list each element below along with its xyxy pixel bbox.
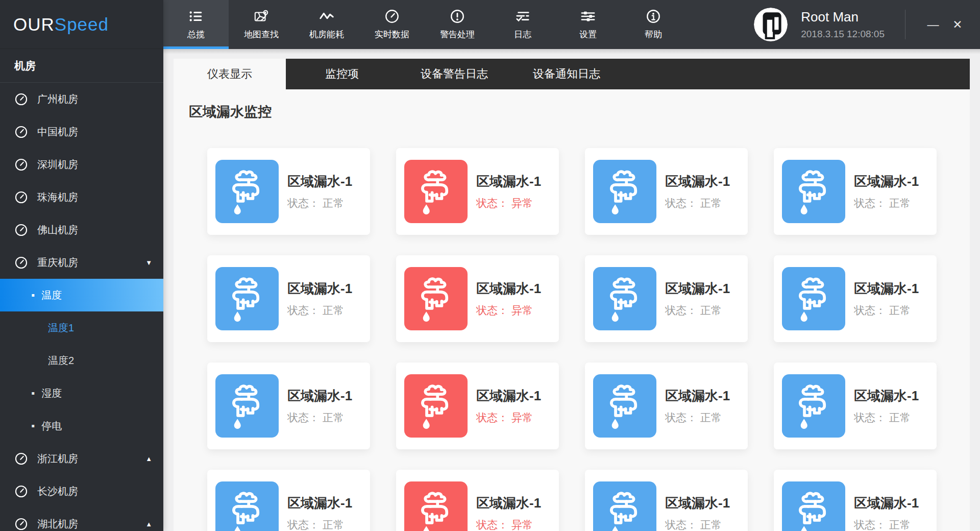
status-value: 异常 bbox=[511, 519, 533, 530]
sidebar-item[interactable]: 温度2 bbox=[0, 344, 163, 377]
device-card[interactable]: 区域漏水-1 状态：正常 bbox=[585, 470, 748, 531]
device-card[interactable]: 区域漏水-1 状态：正常 bbox=[207, 255, 370, 342]
device-card[interactable]: 区域漏水-1 状态：正常 bbox=[774, 470, 937, 531]
gauge-icon bbox=[14, 517, 28, 531]
list-icon bbox=[188, 9, 204, 24]
app-window: OURSpeed 机房 广州机房 中国机房 深圳机房 bbox=[0, 0, 980, 531]
sidebar-room-list: 广州机房 中国机房 深圳机房 珠海机房 bbox=[0, 83, 163, 531]
faucet-icon bbox=[404, 374, 468, 438]
device-title: 区域漏水-1 bbox=[287, 173, 352, 190]
sidebar-item-label: 重庆机房 bbox=[37, 256, 78, 270]
sidebar-item[interactable]: 长沙机房 bbox=[0, 475, 163, 508]
tab-label: 监控项 bbox=[325, 66, 359, 82]
device-card[interactable]: 区域漏水-1 状态：正常 bbox=[774, 255, 937, 342]
faucet-icon bbox=[593, 481, 656, 531]
device-card[interactable]: 区域漏水-1 状态：正常 bbox=[207, 148, 370, 235]
faucet-icon bbox=[215, 374, 279, 438]
device-card[interactable]: 区域漏水-1 状态：正常 bbox=[774, 363, 937, 449]
status-label: 状态： bbox=[665, 197, 697, 209]
nav-item-label: 设置 bbox=[579, 29, 597, 40]
device-card[interactable]: 区域漏水-1 状态：异常 bbox=[396, 470, 559, 531]
sidebar-item[interactable]: 珠海机房 bbox=[0, 181, 163, 213]
user-meta: Root Man 2018.3.15 12:08:05 bbox=[801, 9, 885, 40]
nav-item[interactable]: 地图查找 bbox=[229, 0, 294, 49]
sidebar-item[interactable]: 湖北机房 ▲ bbox=[0, 508, 163, 531]
device-card[interactable]: 区域漏水-1 状态：正常 bbox=[585, 363, 748, 449]
sidebar-item-label: 深圳机房 bbox=[37, 158, 78, 172]
device-card[interactable]: 区域漏水-1 状态：正常 bbox=[774, 148, 937, 235]
tab[interactable]: 监控项 bbox=[286, 59, 398, 89]
device-card[interactable]: 区域漏水-1 状态：正常 bbox=[585, 148, 748, 235]
device-card[interactable]: 区域漏水-1 状态：正常 bbox=[585, 255, 748, 342]
device-status: 状态：正常 bbox=[665, 518, 730, 531]
status-value: 正常 bbox=[700, 412, 722, 423]
tab[interactable]: 设备通知日志 bbox=[510, 59, 623, 89]
main-content: 仪表显示 监控项 设备警告日志 设备通知日志 区域漏水监控 区域漏水-1 bbox=[163, 49, 980, 531]
brand-part1: OUR bbox=[13, 14, 55, 35]
nav-item-label: 帮助 bbox=[645, 29, 662, 40]
nav-item[interactable]: 警告处理 bbox=[425, 0, 490, 49]
sidebar-item[interactable]: 佛山机房 bbox=[0, 213, 163, 246]
sidebar-item[interactable]: · 停电 bbox=[0, 409, 163, 442]
device-card[interactable]: 区域漏水-1 状态：正常 bbox=[207, 363, 370, 449]
device-status: 状态：正常 bbox=[287, 411, 352, 425]
sidebar-item[interactable]: 广州机房 bbox=[0, 83, 163, 115]
divider bbox=[905, 10, 905, 39]
status-value: 异常 bbox=[511, 304, 533, 316]
sidebar-item[interactable]: · 湿度 bbox=[0, 377, 163, 409]
status-value: 正常 bbox=[323, 197, 344, 209]
datetime: 2018.3.15 12:08:05 bbox=[801, 29, 885, 40]
device-status: 状态：正常 bbox=[854, 518, 919, 531]
nav-item[interactable]: 机房能耗 bbox=[294, 0, 359, 49]
sidebar-item-label: 广州机房 bbox=[37, 92, 78, 106]
faucet-icon bbox=[593, 160, 656, 223]
sidebar-item[interactable]: · 温度 bbox=[0, 279, 163, 311]
tab[interactable]: 仪表显示 bbox=[174, 59, 286, 89]
device-card[interactable]: 区域漏水-1 状态：正常 bbox=[207, 470, 370, 531]
status-label: 状态： bbox=[287, 304, 320, 316]
device-status: 状态：正常 bbox=[854, 303, 919, 318]
caret-icon[interactable]: ▲ bbox=[145, 455, 152, 463]
sidebar-item[interactable]: 中国机房 bbox=[0, 115, 163, 148]
faucet-icon bbox=[215, 267, 279, 330]
nav-item[interactable]: 日志 bbox=[490, 0, 555, 49]
device-card[interactable]: 区域漏水-1 状态：异常 bbox=[396, 363, 559, 449]
sidebar-item-label: 珠海机房 bbox=[37, 190, 78, 204]
faucet-icon bbox=[782, 374, 845, 438]
status-label: 状态： bbox=[854, 519, 886, 530]
sidebar-item-label: 温度1 bbox=[48, 321, 74, 335]
device-title: 区域漏水-1 bbox=[665, 387, 730, 405]
device-status: 状态：正常 bbox=[854, 411, 919, 425]
caret-icon[interactable]: ▼ bbox=[145, 259, 152, 267]
sidebar-item-label: 湖北机房 bbox=[37, 517, 78, 531]
close-button[interactable]: ✕ bbox=[945, 12, 970, 37]
sidebar-item[interactable]: 温度1 bbox=[0, 311, 163, 344]
tab[interactable]: 设备警告日志 bbox=[398, 59, 510, 89]
sidebar-item-label: 中国机房 bbox=[37, 125, 78, 139]
minimize-button[interactable]: — bbox=[921, 12, 945, 37]
device-card[interactable]: 区域漏水-1 状态：异常 bbox=[396, 255, 559, 342]
tab-label: 仪表显示 bbox=[207, 66, 252, 82]
status-value: 正常 bbox=[700, 197, 722, 209]
avatar[interactable] bbox=[754, 8, 788, 41]
status-label: 状态： bbox=[287, 519, 320, 530]
caret-icon[interactable]: ▲ bbox=[145, 520, 152, 528]
device-card[interactable]: 区域漏水-1 状态：异常 bbox=[396, 148, 559, 235]
sidebar-item[interactable]: 浙江机房 ▲ bbox=[0, 442, 163, 475]
faucet-icon bbox=[404, 481, 468, 531]
sidebar-item-label: 佛山机房 bbox=[37, 223, 78, 237]
faucet-icon bbox=[404, 267, 468, 330]
status-value: 异常 bbox=[511, 197, 533, 209]
sidebar-item-label: 浙江机房 bbox=[37, 452, 78, 466]
device-title: 区域漏水-1 bbox=[287, 280, 352, 298]
nav-item[interactable]: 设置 bbox=[555, 0, 621, 49]
nav-item[interactable]: 总揽 bbox=[163, 0, 229, 49]
status-label: 状态： bbox=[476, 197, 508, 209]
nav-item[interactable]: 实时数据 bbox=[359, 0, 425, 49]
device-title: 区域漏水-1 bbox=[665, 173, 730, 190]
nav-item[interactable]: 帮助 bbox=[621, 0, 686, 49]
status-value: 正常 bbox=[323, 519, 344, 530]
sidebar-item-label: 停电 bbox=[41, 419, 62, 433]
sidebar-item[interactable]: 深圳机房 bbox=[0, 148, 163, 181]
sidebar-item[interactable]: 重庆机房 ▼ bbox=[0, 246, 163, 279]
